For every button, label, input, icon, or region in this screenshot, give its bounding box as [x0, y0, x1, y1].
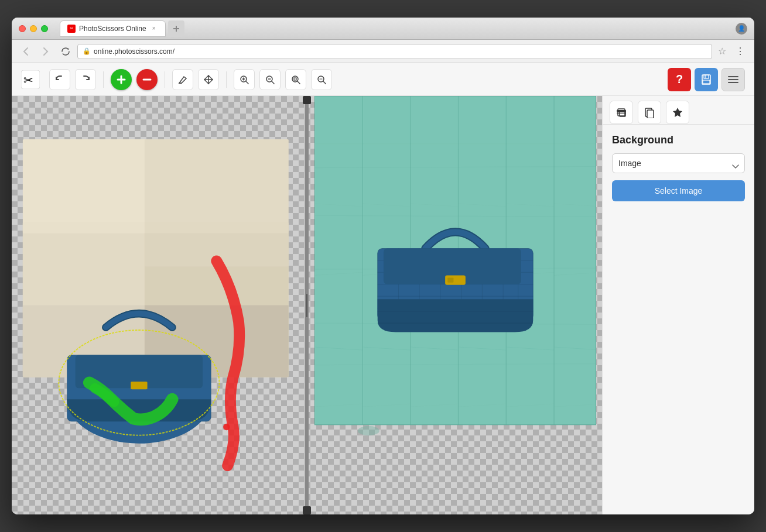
- svg-point-61: [358, 426, 379, 435]
- tab-favicon: ✂: [67, 25, 76, 33]
- svg-rect-32: [23, 139, 145, 377]
- svg-line-16: [297, 81, 300, 84]
- app-window: ✂ PhotoScissors Online × 👤 🔒: [12, 18, 754, 514]
- zoom-actual-button[interactable]: [311, 69, 332, 90]
- left-canvas-svg: [12, 96, 305, 514]
- sidebar-content: Background Image Color Transparent Selec…: [603, 125, 754, 514]
- new-tab-button[interactable]: [168, 20, 184, 37]
- divider-handle-top: [303, 96, 311, 104]
- canvas-area: [12, 96, 602, 514]
- sidebar-tab-layers[interactable]: [610, 101, 633, 124]
- reload-button[interactable]: [57, 43, 74, 60]
- svg-point-39: [223, 424, 230, 430]
- svg-rect-86: [647, 110, 654, 118]
- svg-line-9: [246, 81, 248, 84]
- app-logo: ✂: [21, 70, 40, 89]
- ssl-lock-icon: 🔒: [83, 47, 91, 55]
- tab-close-btn[interactable]: ×: [150, 25, 158, 33]
- eraser-button[interactable]: [172, 69, 193, 90]
- user-icon: 👤: [736, 23, 747, 35]
- window-controls-right: 👤: [736, 23, 747, 35]
- svg-line-19: [323, 81, 326, 84]
- separator-1: [103, 71, 104, 88]
- address-bar[interactable]: 🔒 online.photoscissors.com/: [77, 44, 712, 59]
- svg-line-13: [272, 81, 274, 84]
- left-panel[interactable]: [12, 96, 305, 514]
- move-button[interactable]: [198, 69, 219, 90]
- sidebar: Background Image Color Transparent Selec…: [602, 96, 754, 514]
- titlebar: ✂ PhotoScissors Online × 👤: [12, 18, 754, 40]
- svg-marker-87: [673, 108, 682, 117]
- zoom-in-button[interactable]: [234, 69, 255, 90]
- add-foreground-button[interactable]: [111, 69, 132, 90]
- dropdown-container: Image Color Transparent: [612, 153, 745, 180]
- select-image-button[interactable]: Select Image: [612, 180, 745, 201]
- background-type-dropdown[interactable]: Image Color Transparent: [612, 153, 745, 173]
- back-button[interactable]: [18, 43, 34, 60]
- svg-text:✂: ✂: [23, 74, 33, 87]
- tab-label: PhotoScissors Online: [79, 25, 146, 33]
- svg-rect-33: [145, 139, 289, 266]
- svg-rect-23: [703, 80, 710, 84]
- panel-divider[interactable]: [305, 96, 309, 514]
- tab-area: ✂ PhotoScissors Online ×: [60, 20, 731, 37]
- sidebar-tab-copy[interactable]: [638, 101, 661, 124]
- active-tab[interactable]: ✂ PhotoScissors Online ×: [60, 20, 166, 37]
- navbar: 🔒 online.photoscissors.com/ ☆ ⋮: [12, 40, 754, 63]
- minimize-button[interactable]: [30, 25, 37, 32]
- toolbar: ✂: [12, 63, 754, 96]
- app-menu-button[interactable]: [721, 68, 745, 91]
- save-button[interactable]: [695, 68, 718, 91]
- maximize-button[interactable]: [41, 25, 48, 32]
- sidebar-tab-premium[interactable]: [666, 101, 689, 124]
- right-panel: [309, 96, 602, 514]
- divider-handle-bottom: [303, 506, 311, 514]
- right-canvas-svg: [309, 96, 602, 514]
- svg-rect-78: [447, 278, 453, 283]
- svg-rect-17: [294, 78, 296, 80]
- toolbar-right: ?: [668, 68, 745, 91]
- svg-rect-38: [131, 382, 147, 389]
- undo-button[interactable]: [49, 69, 70, 90]
- main-content: Background Image Color Transparent Selec…: [12, 96, 754, 514]
- help-button[interactable]: ?: [668, 68, 691, 91]
- svg-rect-21: [702, 75, 710, 84]
- sidebar-tabs: [603, 96, 754, 125]
- traffic-lights: [19, 25, 48, 32]
- bookmark-icon[interactable]: ☆: [716, 46, 729, 57]
- close-button[interactable]: [19, 25, 26, 32]
- zoom-fit-button[interactable]: [285, 69, 306, 90]
- svg-rect-22: [704, 75, 709, 78]
- redo-button[interactable]: [75, 69, 96, 90]
- forward-button[interactable]: [37, 43, 54, 60]
- separator-3: [226, 71, 227, 88]
- add-background-button[interactable]: [136, 69, 158, 90]
- svg-rect-1: [173, 28, 179, 29]
- zoom-out-button[interactable]: [259, 69, 281, 90]
- address-text: online.photoscissors.com/: [94, 47, 175, 56]
- separator-2: [165, 71, 165, 88]
- browser-menu-button[interactable]: ⋮: [732, 43, 748, 60]
- background-label: Background: [612, 134, 745, 146]
